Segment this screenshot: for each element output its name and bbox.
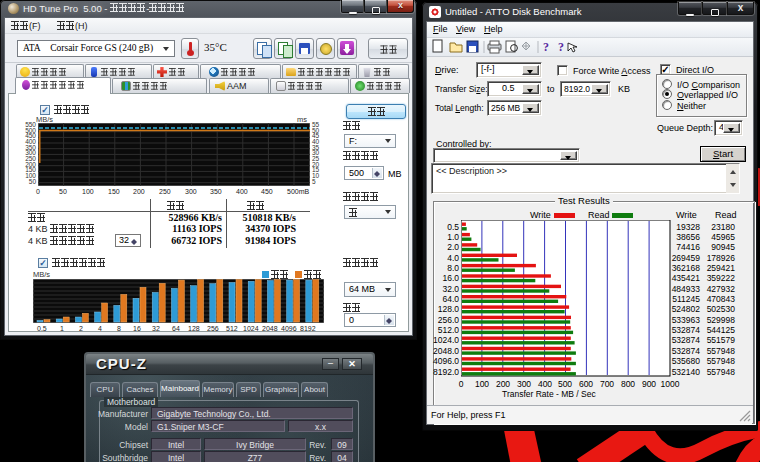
svg-text:?: ? (543, 40, 549, 54)
svg-text:?: ? (558, 40, 564, 54)
